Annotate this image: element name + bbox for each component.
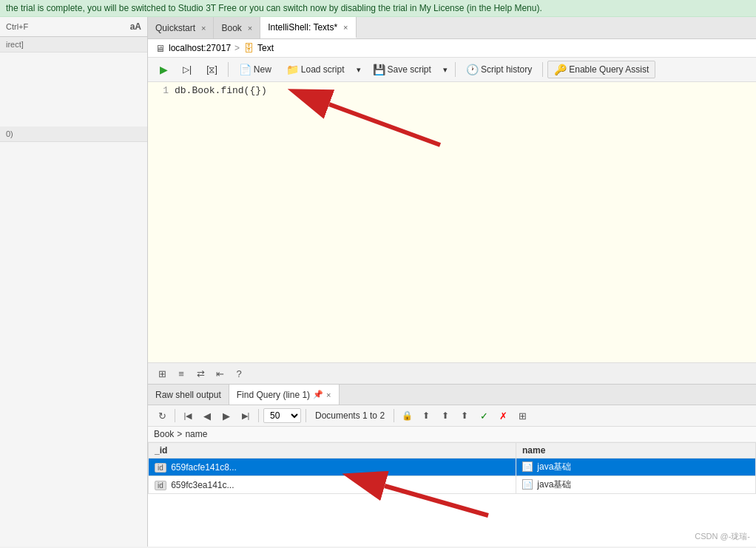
pin-icon[interactable]: 📌 [313, 390, 323, 399]
bottom-btn-list[interactable]: ≡ [173, 365, 189, 382]
load-script-label: Load script [301, 64, 345, 75]
results-breadcrumb: Book > name [148, 427, 756, 442]
results-bc-collection: Book [154, 429, 174, 439]
sidebar: Ctrl+F aA irect] 0) [0, 17, 148, 547]
results-table-container: Book > name _id name [148, 427, 756, 547]
save-script-button[interactable]: 💾 Save script [367, 61, 437, 78]
results-next-btn[interactable]: ▶ [218, 407, 234, 424]
toolbar-sep3 [542, 62, 543, 77]
bottom-btn-help[interactable]: ? [231, 365, 247, 382]
table-row[interactable]: id 659fc3ea141c... 📄 java基础 [149, 476, 756, 494]
row1-name: 📄 java基础 [516, 459, 756, 476]
results-first-btn[interactable]: |◀ [180, 407, 196, 424]
results-query-btn[interactable]: ⊞ [514, 407, 530, 424]
results-bc-field: name [185, 429, 207, 439]
history-icon: 🕐 [466, 64, 479, 75]
bottom-btn-collapse[interactable]: ⇤ [212, 365, 228, 382]
save-script-dropdown[interactable]: ▾ [440, 63, 450, 77]
results-lock-btn[interactable]: 🔒 [399, 407, 415, 424]
breadcrumb-bar: 🖥 localhost:27017 > 🗄 Text [148, 39, 756, 58]
editor-wrapper: 1db.Book.find({}) ⊞ ≡ ⇄ ⇤ ? [148, 82, 756, 547]
annotation-arrow [159, 86, 470, 175]
doc-count: Documents 1 to 2 [315, 410, 385, 421]
tab-book-label: Book [221, 23, 241, 33]
results-sep3 [306, 409, 306, 422]
row2-id-val: 659fc3ea141c... [171, 480, 234, 490]
toolbar-sep1 [228, 62, 229, 77]
tab-intellishell-close[interactable]: × [343, 23, 348, 32]
results-table: _id name id 659facfe141c8... [148, 442, 756, 494]
results-export-btn3[interactable]: ⬆ [456, 407, 473, 424]
script-history-button[interactable]: 🕐 Script history [460, 61, 538, 78]
load-script-icon: 📁 [286, 64, 299, 75]
new-script-button[interactable]: 📄 New [233, 61, 277, 78]
row1-name-val: java基础 [537, 461, 571, 472]
query-assist-button[interactable]: 🔑 Enable Query Assist [547, 61, 655, 78]
results-export-btn1[interactable]: ⬆ [418, 407, 434, 424]
id-badge-2: id [155, 481, 166, 490]
row1-id-val: 659facfe141c8... [171, 462, 237, 473]
query-assist-icon: 🔑 [554, 64, 567, 75]
table-row[interactable]: id 659facfe141c8... 📄 java基础 [149, 459, 756, 476]
editor-area[interactable]: 1db.Book.find({}) [148, 82, 756, 362]
col-header-id[interactable]: _id [149, 443, 516, 459]
tab-book-close[interactable]: × [248, 24, 252, 33]
results-check-btn[interactable]: ✓ [476, 407, 492, 424]
connection-icon: 🖥 [155, 43, 165, 54]
results-delete-btn[interactable]: ✗ [495, 407, 511, 424]
results-tab-raw[interactable]: Raw shell output [148, 385, 229, 405]
results-prev-btn[interactable]: ◀ [199, 407, 215, 424]
breadcrumb-connection: localhost:27017 [169, 43, 231, 53]
sidebar-section-0: 0) [0, 126, 147, 142]
code-line-1[interactable]: db.Book.find({}) [175, 85, 267, 96]
watermark: CSDN @-珑瑞- [695, 531, 750, 542]
bottom-btn-grid[interactable]: ⊞ [154, 365, 170, 382]
sidebar-search-bar: Ctrl+F aA [0, 17, 147, 37]
results-toolbar: ↻ |◀ ◀ ▶ ▶| 10 25 50 100 200 Docume [148, 405, 756, 427]
tab-quickstart-close[interactable]: × [201, 24, 206, 33]
new-script-label: New [254, 64, 271, 75]
tab-book[interactable]: Book × [214, 17, 260, 38]
editor-content: 1db.Book.find({}) [148, 82, 756, 99]
bottom-btn-expand[interactable]: ⇄ [192, 365, 209, 382]
script-history-label: Script history [481, 64, 532, 75]
results-tab-find-close[interactable]: × [326, 390, 331, 399]
run-button[interactable]: ▶ [154, 61, 174, 78]
line-number-1: 1 [154, 85, 169, 96]
run-partial-icon: ▷| [183, 64, 192, 75]
breadcrumb-sep1: > [234, 43, 240, 53]
row2-name-val: java基础 [537, 479, 571, 490]
sidebar-section-direct: irect] [0, 37, 147, 53]
tab-intellishell[interactable]: IntelliShell: Texts* × [260, 17, 356, 38]
load-script-dropdown[interactable]: ▾ [354, 63, 364, 77]
col-header-name[interactable]: name [516, 443, 756, 459]
editor-toolbar: ▶ ▷| [⧖] 📄 New 📁 Load script ▾ 💾 [148, 58, 756, 82]
results-tab-find-label: Find Query (line 1) [237, 390, 310, 400]
row2-name: 📄 java基础 [516, 476, 756, 494]
results-refresh-btn[interactable]: ↻ [154, 407, 170, 424]
results-panel: Raw shell output Find Query (line 1) 📌 ×… [148, 384, 756, 547]
tab-bar: Quickstart × Book × IntelliShell: Texts*… [148, 17, 756, 39]
run-partial-button[interactable]: ▷| [177, 62, 198, 77]
run-explain-button[interactable]: [⧖] [200, 62, 223, 77]
toolbar-sep2 [455, 62, 456, 77]
save-script-label: Save script [388, 64, 431, 75]
results-bc-sep: > [177, 429, 182, 439]
page-size-select[interactable]: 10 25 50 100 200 [263, 408, 301, 423]
tab-quickstart-label: Quickstart [155, 23, 195, 33]
results-sep1 [175, 409, 175, 422]
load-script-button[interactable]: 📁 Load script [280, 61, 351, 78]
query-assist-label: Enable Query Assist [569, 64, 649, 75]
db-icon: 🗄 [243, 42, 254, 54]
results-tab-raw-label: Raw shell output [155, 390, 221, 400]
results-sep2 [258, 409, 259, 422]
tab-quickstart[interactable]: Quickstart × [148, 17, 214, 38]
results-export-btn2[interactable]: ⬆ [437, 407, 453, 424]
row2-id: id 659fc3ea141c... [149, 476, 516, 494]
sidebar-search-label: Ctrl+F [6, 22, 127, 31]
results-last-btn[interactable]: ▶| [237, 407, 254, 424]
results-sep4 [394, 409, 394, 422]
new-script-icon: 📄 [239, 64, 252, 75]
results-tab-find[interactable]: Find Query (line 1) 📌 × [229, 385, 340, 405]
run-explain-icon: [⧖] [206, 64, 217, 75]
